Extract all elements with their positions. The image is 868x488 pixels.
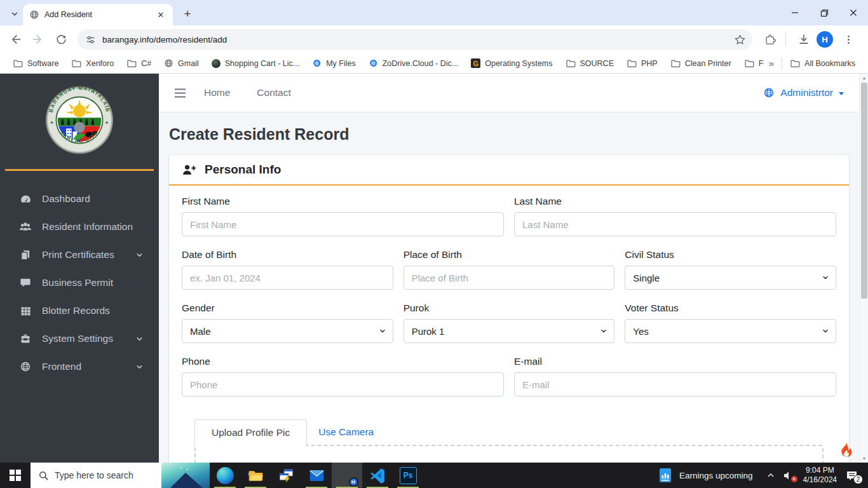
gender-select[interactable]: Male <box>182 319 393 343</box>
browser-tab[interactable]: Add Resident ✕ <box>23 4 173 25</box>
sidebar-item-resident-information[interactable]: Resident Information <box>0 213 159 241</box>
bookmark-label: C# <box>141 59 151 68</box>
close-icon[interactable] <box>839 0 868 25</box>
bookmark-item[interactable]: ZoDrive.Cloud - Dic... <box>363 56 463 71</box>
tab-close-icon[interactable]: ✕ <box>155 9 166 20</box>
restore-icon[interactable] <box>810 0 839 25</box>
sidebar-item-dashboard[interactable]: Dashboard <box>0 185 159 213</box>
bookmark-item[interactable]: GOperating Systems <box>466 56 557 71</box>
sidebar-item-business-permit[interactable]: Business Permit <box>0 269 159 297</box>
civil-status-select[interactable]: Single <box>625 266 836 290</box>
menu-kebab-icon[interactable] <box>838 29 858 50</box>
barangay-seal-logo: BARANGAY MATATALAIB TARLAC CITY ★ ★ <box>43 84 116 156</box>
bookmark-item[interactable]: Flutter <box>739 56 764 71</box>
url-text[interactable]: barangay.info/demo/resident/add <box>102 35 734 44</box>
all-bookmarks-button[interactable]: All Bookmarks <box>785 56 860 71</box>
purok-select[interactable]: Purok 1 <box>403 319 615 343</box>
page-title: Create Resident Record <box>169 125 849 144</box>
bookmark-item[interactable]: C# <box>121 56 156 71</box>
scrollbar-thumb[interactable] <box>861 83 867 299</box>
bookmark-item[interactable]: PHP <box>621 56 663 71</box>
bookmark-item[interactable]: Clean Printer <box>665 56 736 71</box>
email-field[interactable] <box>514 372 836 396</box>
folder-icon <box>744 58 754 69</box>
taskbar-app-photoshop[interactable]: Ps <box>393 463 423 488</box>
nav-link-home[interactable]: Home <box>204 87 230 98</box>
globe-icon <box>19 361 32 372</box>
extensions-icon[interactable] <box>760 29 780 50</box>
minimize-icon[interactable] <box>780 0 810 25</box>
folder-icon <box>566 58 576 69</box>
back-icon[interactable] <box>5 29 25 50</box>
tab-search-button[interactable] <box>6 6 23 22</box>
sidebar-item-blotter-records[interactable]: Blotter Records <box>0 297 159 325</box>
bookmark-item[interactable]: Gmail <box>159 56 204 71</box>
tray-chevron-up-icon[interactable] <box>767 471 775 479</box>
gender-label: Gender <box>182 302 393 314</box>
bookmark-item[interactable]: Xenforo <box>66 56 119 71</box>
mail-icon <box>308 467 325 484</box>
start-button[interactable] <box>0 463 31 488</box>
codeigniter-flame-icon[interactable] <box>838 440 854 459</box>
bookmark-label: Shopping Cart - Lic... <box>225 59 299 68</box>
sidebar-item-system-settings[interactable]: System Settings <box>0 325 159 353</box>
phone-field[interactable] <box>182 372 504 396</box>
bookmark-item[interactable]: Software <box>8 56 64 71</box>
scroll-up-icon[interactable]: ▲ <box>860 74 868 82</box>
place-of-birth-label: Place of Birth <box>403 249 615 261</box>
scroll-down-icon[interactable]: ▼ <box>860 454 868 463</box>
taskbar-search-input[interactable] <box>55 470 150 480</box>
folder-icon <box>126 58 137 69</box>
downloads-icon[interactable] <box>794 29 814 50</box>
profile-pic-dropzone[interactable] <box>194 445 824 463</box>
profile-avatar[interactable]: H <box>817 31 833 48</box>
tab-upload-profile-pic[interactable]: Upload Profile Pic <box>194 419 307 446</box>
first-name-field[interactable] <box>182 212 504 236</box>
sidebar: BARANGAY MATATALAIB TARLAC CITY ★ ★ Dash… <box>0 74 159 463</box>
user-menu-label: Administrtor <box>780 87 833 98</box>
notifications-icon[interactable]: 2 <box>846 470 858 481</box>
taskbar-widget[interactable]: Earnings upcoming <box>654 468 758 483</box>
taskbar-app-edge[interactable] <box>210 463 240 488</box>
user-menu[interactable]: Administrtor <box>763 87 844 98</box>
reload-icon[interactable] <box>51 29 71 50</box>
voter-status-select[interactable]: Yes <box>625 319 836 343</box>
taskbar-app-file-explorer[interactable] <box>240 463 271 488</box>
bookmark-item[interactable]: Shopping Cart - Lic... <box>207 57 304 71</box>
purok-label: Purok <box>403 302 615 314</box>
taskbar-app-vscode[interactable] <box>362 463 393 488</box>
site-info-icon[interactable] <box>85 34 96 45</box>
bookmark-star-icon[interactable] <box>734 34 746 46</box>
sidebar-item-label: Dashboard <box>42 193 144 205</box>
bookmarks-separator <box>782 57 782 70</box>
sidebar-item-label: Frontend <box>42 361 135 372</box>
tab-use-camera[interactable]: Use Camera <box>307 419 385 445</box>
toolbox-icon <box>19 333 32 344</box>
place-of-birth-field[interactable] <box>403 266 615 290</box>
address-bar[interactable]: barangay.info/demo/resident/add <box>78 29 752 50</box>
last-name-field[interactable] <box>514 212 836 236</box>
sidebar-item-label: Blotter Records <box>42 305 144 316</box>
taskbar-app-remote-desktop[interactable] <box>271 463 301 488</box>
taskbar-clock[interactable]: 9:04 PM 4/16/2024 <box>803 466 837 485</box>
sidebar-item-frontend[interactable]: Frontend <box>0 353 159 381</box>
search-highlights-art[interactable] <box>161 463 210 488</box>
hamburger-icon[interactable] <box>174 88 186 98</box>
bookmark-item[interactable]: SOURCE <box>560 56 619 71</box>
forward-icon[interactable] <box>28 29 48 50</box>
taskbar-search[interactable] <box>31 463 210 488</box>
sidebar-item-print-certificates[interactable]: Print Certificates <box>0 241 159 269</box>
nav-link-contact[interactable]: Contact <box>257 87 290 98</box>
volume-muted-icon[interactable]: ✕ <box>783 471 794 480</box>
taskbar-app-mail[interactable] <box>301 463 332 488</box>
windows-logo-icon <box>10 470 21 481</box>
bookmark-label: Software <box>27 59 58 68</box>
bookmark-label: SOURCE <box>580 59 614 68</box>
page-scrollbar[interactable]: ▲ ▼ <box>859 74 868 463</box>
new-tab-button[interactable]: + <box>179 6 196 22</box>
taskbar-app-chrome[interactable]: H <box>332 463 362 488</box>
bookmark-item[interactable]: My Files <box>307 56 361 71</box>
more-bookmarks-chevron[interactable]: » <box>764 58 779 69</box>
globe-icon <box>164 58 173 68</box>
date-of-birth-field[interactable] <box>182 266 393 290</box>
